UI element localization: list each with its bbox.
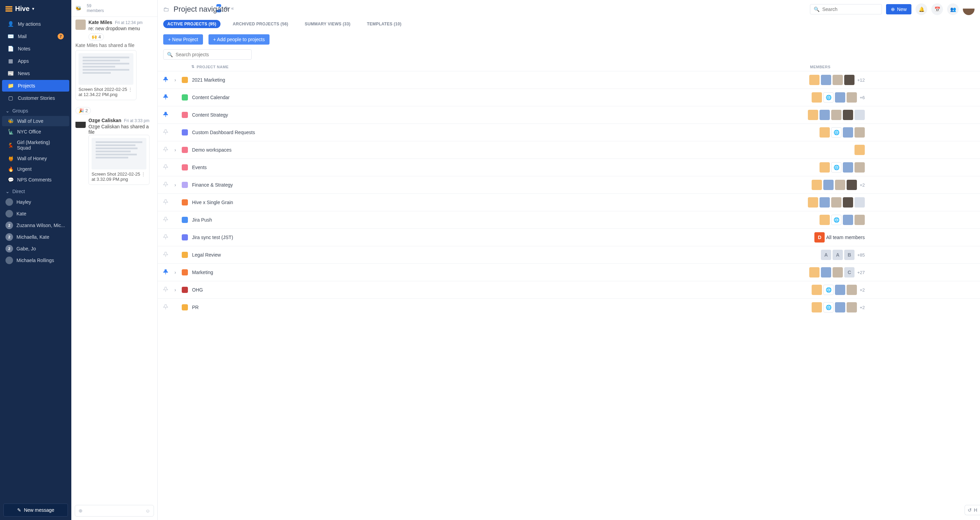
nav-item-news[interactable]: 📰 News <box>2 68 69 79</box>
member-avatar[interactable] <box>854 127 865 137</box>
member-avatar[interactable] <box>835 92 845 102</box>
group-item[interactable]: 🗽 NYC Office <box>2 126 69 137</box>
member-avatar[interactable] <box>835 285 845 295</box>
dm-item[interactable]: Kate <box>0 208 71 220</box>
members-overflow[interactable]: +2 <box>860 287 865 293</box>
sort-icon[interactable]: ⇅ <box>191 64 195 69</box>
pin-toggle[interactable] <box>163 234 169 241</box>
global-search-input[interactable] <box>822 6 882 12</box>
project-name[interactable]: Legal Review <box>192 252 315 258</box>
dm-item[interactable]: Hayley <box>0 196 71 208</box>
members-overflow[interactable]: +2 <box>860 305 865 310</box>
attachment-card[interactable]: ⋮ Screen Shot 2022-02-25 at 12.34.22 PM.… <box>75 50 137 100</box>
project-name[interactable]: PR <box>192 305 315 310</box>
pin-toggle[interactable] <box>163 129 169 136</box>
member-letter-chip[interactable]: A <box>832 250 843 260</box>
member-avatar[interactable] <box>854 162 865 172</box>
pin-toggle[interactable] <box>163 304 169 311</box>
member-avatar[interactable] <box>844 75 854 85</box>
member-avatar[interactable] <box>821 75 831 85</box>
attachment-card[interactable]: ⋮ Screen Shot 2022-02-25 at 3.32.09 PM.p… <box>89 135 150 185</box>
group-item[interactable]: 🐝 Wall of Love <box>2 116 69 126</box>
message-composer[interactable]: ⊕ ☺ <box>75 505 154 517</box>
column-members[interactable]: MEMBERS <box>810 65 830 69</box>
members-overflow[interactable]: +85 <box>857 252 865 258</box>
chat-scroll[interactable]: Kate Miles Fri at 12:34 pm re: new dropd… <box>71 17 158 501</box>
dm-item[interactable]: 2 Zuzanna Wilson, Mic... <box>0 220 71 231</box>
project-name[interactable]: Jira sync test (JST) <box>192 234 315 240</box>
pin-toggle[interactable] <box>163 199 169 206</box>
nav-item-customer-stories[interactable]: ▢ Customer Stories <box>2 92 69 104</box>
column-name[interactable]: PROJECT NAME <box>197 65 229 69</box>
project-search-input[interactable] <box>175 52 248 57</box>
add-attachment-icon[interactable]: ⊕ <box>78 508 83 514</box>
reaction-chip[interactable]: 🎉 2 <box>75 107 91 114</box>
members-overflow[interactable]: +27 <box>857 270 865 275</box>
member-avatar[interactable] <box>819 162 830 172</box>
member-avatar[interactable] <box>819 110 830 120</box>
expand-toggle[interactable]: › <box>173 287 178 293</box>
member-avatar[interactable] <box>831 110 842 120</box>
brand[interactable]: Hive ▾ <box>0 0 71 18</box>
members-overflow[interactable]: +12 <box>857 78 865 83</box>
reaction-chip[interactable]: 🙌 4 <box>89 33 104 40</box>
member-avatar[interactable] <box>811 180 822 190</box>
group-item[interactable]: 🍯 Wall of Honey <box>2 153 69 164</box>
member-avatar[interactable] <box>823 180 834 190</box>
member-avatar[interactable] <box>819 215 830 225</box>
member-avatar[interactable] <box>819 127 830 137</box>
pin-toggle[interactable] <box>163 94 169 101</box>
tab[interactable]: ACTIVE PROJECTS (95) <box>163 20 221 28</box>
pin-toggle[interactable] <box>163 252 169 258</box>
member-avatar[interactable] <box>811 285 822 295</box>
member-letter-chip[interactable]: C <box>844 267 854 278</box>
direct-header[interactable]: ⌄ Direct <box>0 185 71 196</box>
expand-toggle[interactable]: › <box>173 147 178 153</box>
tab[interactable]: SUMMARY VIEWS (33) <box>301 20 355 28</box>
member-avatar[interactable] <box>843 215 853 225</box>
nav-item-apps[interactable]: ▦ Apps <box>2 55 69 67</box>
pin-toggle[interactable] <box>163 164 169 171</box>
project-name[interactable]: Content Calendar <box>192 95 315 100</box>
notifications-button[interactable]: 🔔 <box>916 3 927 15</box>
pin-toggle[interactable] <box>163 217 169 223</box>
member-avatar[interactable] <box>843 162 853 172</box>
member-avatar[interactable] <box>808 197 818 207</box>
member-letter-chip[interactable]: A <box>821 250 831 260</box>
member-letter-chip[interactable]: B <box>844 250 854 260</box>
project-name[interactable]: Finance & Strategy <box>192 182 315 188</box>
members-overflow[interactable]: +6 <box>860 95 865 100</box>
member-avatar[interactable] <box>846 285 857 295</box>
member-avatar[interactable] <box>843 110 853 120</box>
tab[interactable]: TEMPLATES (10) <box>363 20 406 28</box>
project-name[interactable]: 2021 Marketing <box>192 77 315 83</box>
member-avatar[interactable] <box>819 197 830 207</box>
attachment-menu-button[interactable]: ⋮ <box>127 87 134 92</box>
pin-toggle[interactable] <box>163 287 169 293</box>
author-name[interactable]: Ozge Caliskan <box>89 118 121 123</box>
group-item[interactable]: 💬 NPS Comments <box>2 175 69 185</box>
nav-item-mail[interactable]: ✉️ Mail 7 <box>2 30 69 42</box>
member-avatar[interactable] <box>854 110 865 120</box>
member-avatar[interactable] <box>809 267 819 278</box>
new-button[interactable]: ⊕ New <box>886 4 912 14</box>
add-people-button[interactable]: + Add people to projects <box>208 34 270 45</box>
member-avatar[interactable] <box>832 267 843 278</box>
new-project-button[interactable]: + New Project <box>163 34 203 45</box>
member-avatar[interactable] <box>854 215 865 225</box>
member-avatar[interactable] <box>846 92 857 102</box>
expand-toggle[interactable]: › <box>173 270 178 275</box>
dm-item[interactable]: 2 Michaella, Kate <box>0 231 71 243</box>
project-name[interactable]: Hive x Single Grain <box>192 199 315 205</box>
member-avatar[interactable] <box>843 127 853 137</box>
group-item[interactable]: 💃 Girl (Marketing) Squad <box>2 137 69 153</box>
member-avatar[interactable] <box>811 302 822 313</box>
new-message-button[interactable]: ✎ New message <box>3 504 68 517</box>
groups-header[interactable]: ⌄ Groups <box>0 105 71 116</box>
project-search[interactable]: 🔍 <box>163 49 252 60</box>
dm-item[interactable]: Michaela Rollings <box>0 255 71 266</box>
author-name[interactable]: Kate Miles <box>89 19 112 25</box>
pin-toggle[interactable] <box>163 77 169 83</box>
current-user-avatar[interactable] <box>963 3 975 15</box>
dm-item[interactable]: 2 Gabe, Jo <box>0 243 71 255</box>
